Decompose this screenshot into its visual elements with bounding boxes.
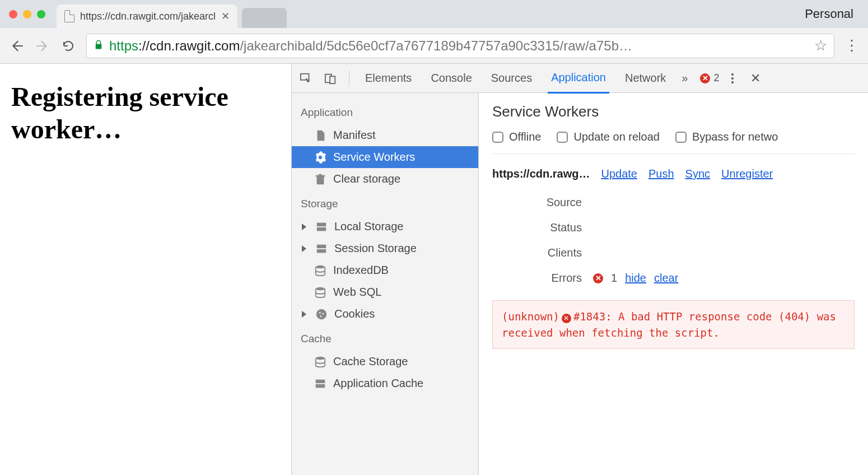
maximize-window-icon[interactable] <box>37 10 45 18</box>
inspect-element-icon[interactable] <box>300 72 312 85</box>
link-clear-errors[interactable]: clear <box>654 272 678 285</box>
svg-rect-4 <box>317 227 326 230</box>
close-tab-icon[interactable]: ✕ <box>221 10 230 22</box>
checkbox-offline[interactable]: Offline <box>492 131 541 143</box>
link-push[interactable]: Push <box>648 167 674 180</box>
group-cache: Cache <box>292 325 478 351</box>
label-status: Status <box>492 221 593 234</box>
devtools-panel: Elements Console Sources Application Net… <box>291 64 868 475</box>
back-button[interactable] <box>9 38 25 54</box>
svg-rect-0 <box>301 73 309 80</box>
sidebar-item-application-cache[interactable]: Application Cache <box>292 372 478 394</box>
label-source: Source <box>492 196 593 209</box>
group-application: Application <box>292 99 478 124</box>
lock-icon <box>94 38 104 54</box>
tab-console[interactable]: Console <box>427 64 475 92</box>
link-update[interactable]: Update <box>601 167 637 180</box>
link-sync[interactable]: Sync <box>685 167 710 180</box>
devtools-menu-icon[interactable] <box>731 73 734 83</box>
error-count: 1 <box>611 272 617 285</box>
tab-application[interactable]: Application <box>548 63 609 94</box>
sidebar-item-manifest[interactable]: Manifest <box>292 124 478 146</box>
expand-icon[interactable] <box>302 223 306 230</box>
error-message: (unknown)✕#1843: A bad HTTP response cod… <box>492 300 855 349</box>
devtools-close-icon[interactable]: ✕ <box>750 71 760 86</box>
url-text: https://cdn.rawgit.com/jakearchibald/5dc… <box>109 38 632 54</box>
window-controls[interactable] <box>9 10 45 18</box>
svg-point-13 <box>316 356 325 360</box>
tab-sources[interactable]: Sources <box>488 64 535 92</box>
svg-rect-3 <box>317 222 326 226</box>
svg-rect-2 <box>330 76 335 83</box>
sw-scope: https://cdn.rawg… <box>492 167 590 180</box>
svg-point-8 <box>316 287 325 290</box>
new-tab-button[interactable] <box>242 8 287 28</box>
sidebar-item-cookies[interactable]: Cookies <box>292 303 478 325</box>
svg-point-7 <box>316 265 325 268</box>
tab-elements[interactable]: Elements <box>362 64 415 92</box>
page-heading: Registering service worker… <box>11 81 280 145</box>
panel-title: Service Workers <box>492 103 855 120</box>
checkbox-bypass-network[interactable]: Bypass for netwo <box>675 131 778 143</box>
expand-icon[interactable] <box>302 245 306 252</box>
browser-tab-active[interactable]: https://cdn.rawgit.com/jakearcl ✕ <box>57 4 237 28</box>
checkbox-update-on-reload[interactable]: Update on reload <box>557 131 659 143</box>
minimize-window-icon[interactable] <box>23 10 31 18</box>
sidebar-item-clear-storage[interactable]: Clear storage <box>292 168 478 190</box>
error-x-icon: ✕ <box>562 314 571 323</box>
address-bar[interactable]: https://cdn.rawgit.com/jakearchibald/5dc… <box>86 34 834 58</box>
more-tabs-icon[interactable]: » <box>682 72 688 85</box>
group-storage: Storage <box>292 190 478 216</box>
close-window-icon[interactable] <box>9 10 17 18</box>
svg-rect-5 <box>317 244 326 248</box>
error-badge-icon: ✕ <box>700 73 710 83</box>
svg-rect-14 <box>316 379 325 383</box>
expand-icon[interactable] <box>302 311 306 318</box>
browser-menu-icon[interactable]: ⋮ <box>844 43 859 48</box>
sidebar-item-session-storage[interactable]: Session Storage <box>292 238 478 259</box>
reload-button[interactable] <box>60 38 76 54</box>
sidebar-item-cache-storage[interactable]: Cache Storage <box>292 351 478 372</box>
svg-point-10 <box>319 311 321 313</box>
application-sidebar: Application Manifest Service Workers Cle… <box>292 93 479 475</box>
page-icon <box>64 10 74 22</box>
tab-network[interactable]: Network <box>622 64 669 92</box>
tab-title: https://cdn.rawgit.com/jakearcl <box>80 11 216 22</box>
svg-point-12 <box>320 315 322 317</box>
checkbox-icon[interactable] <box>675 132 687 143</box>
error-counter[interactable]: ✕ 2 <box>700 72 719 84</box>
sidebar-item-local-storage[interactable]: Local Storage <box>292 216 478 238</box>
label-clients: Clients <box>492 246 593 259</box>
profile-label[interactable]: Personal <box>805 7 859 21</box>
sidebar-item-indexeddb[interactable]: IndexedDB <box>292 259 478 281</box>
sidebar-item-service-workers[interactable]: Service Workers <box>292 146 478 168</box>
sidebar-item-websql[interactable]: Web SQL <box>292 281 478 303</box>
forward-button <box>35 38 50 54</box>
svg-point-9 <box>316 309 326 319</box>
device-toolbar-icon[interactable] <box>324 72 337 85</box>
page-content: Registering service worker… <box>0 64 291 475</box>
checkbox-icon[interactable] <box>492 132 503 143</box>
checkbox-icon[interactable] <box>557 132 568 143</box>
label-errors: Errors <box>492 272 593 285</box>
svg-rect-6 <box>317 249 326 252</box>
link-hide-errors[interactable]: hide <box>625 272 646 285</box>
link-unregister[interactable]: Unregister <box>721 167 773 180</box>
bookmark-star-icon[interactable]: ☆ <box>814 37 827 54</box>
svg-point-11 <box>322 313 324 314</box>
svg-rect-15 <box>316 384 325 387</box>
divider <box>349 71 349 86</box>
error-badge-icon: ✕ <box>593 273 603 283</box>
